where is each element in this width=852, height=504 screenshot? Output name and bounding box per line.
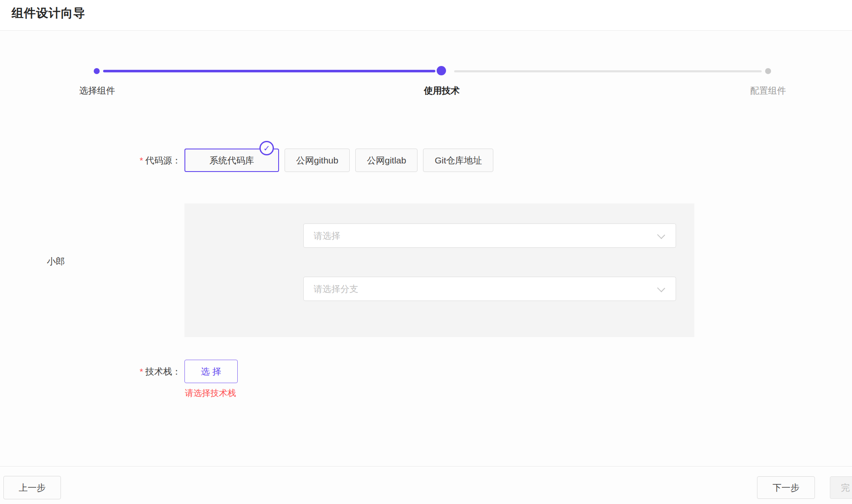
chevron-down-icon [657, 231, 665, 239]
step-label-select-component: 选择组件 [79, 85, 115, 97]
prev-step-button[interactable]: 上一步 [3, 476, 61, 499]
source-option-label: 公网github [296, 155, 338, 165]
step-dot-done [94, 68, 100, 74]
repo-select[interactable]: 请选择 [303, 223, 676, 248]
source-option-public-github[interactable]: 公网github [285, 149, 350, 172]
source-option-public-gitlab[interactable]: 公网gitlab [355, 149, 417, 172]
tech-stack-label-text: 技术栈： [145, 367, 181, 376]
tech-stack-label: *技术栈： [0, 360, 181, 383]
repo-name-label: 小郎 [47, 255, 65, 267]
tech-stack-choose-button[interactable]: 选 择 [184, 360, 238, 383]
source-option-label: Git仓库地址 [435, 155, 482, 165]
chevron-down-icon [657, 284, 665, 292]
step-label-configure-component: 配置组件 [750, 85, 786, 97]
step-label-use-technology: 使用技术 [424, 85, 460, 97]
tech-stack-error-message: 请选择技术栈 [185, 387, 236, 399]
source-option-label: 公网gitlab [367, 155, 406, 165]
step-connector-done [103, 70, 435, 72]
code-source-options: 系统代码库 ✓ 公网github 公网gitlab Git仓库地址 [184, 149, 493, 172]
repo-select-placeholder: 请选择 [314, 230, 340, 242]
code-source-label-text: 代码源： [145, 155, 181, 165]
page-title: 组件设计向导 [12, 5, 86, 21]
required-asterisk: * [140, 367, 143, 376]
branch-select[interactable]: 请选择分支 [303, 277, 676, 301]
step-connector-pending [454, 70, 762, 72]
selected-check-badge: ✓ [259, 141, 274, 155]
source-option-system-repo[interactable]: 系统代码库 ✓ [184, 149, 279, 172]
next-step-button[interactable]: 下一步 [757, 476, 815, 499]
finish-button[interactable]: 完 [830, 476, 852, 499]
source-option-git-repo-url[interactable]: Git仓库地址 [423, 149, 493, 172]
step-dot-pending [765, 68, 771, 74]
required-asterisk: * [140, 155, 143, 165]
step-dot-active [437, 66, 446, 75]
page-header: 组件设计向导 [0, 0, 852, 31]
check-icon: ✓ [263, 144, 270, 152]
component-design-wizard-page: 组件设计向导 选择组件 使用技术 配置组件 *代码源： 系统代码库 ✓ 公网gi… [0, 0, 852, 504]
source-option-label: 系统代码库 [210, 155, 254, 165]
footer-divider [0, 466, 852, 467]
code-source-label: *代码源： [0, 149, 181, 172]
branch-select-placeholder: 请选择分支 [314, 283, 358, 295]
